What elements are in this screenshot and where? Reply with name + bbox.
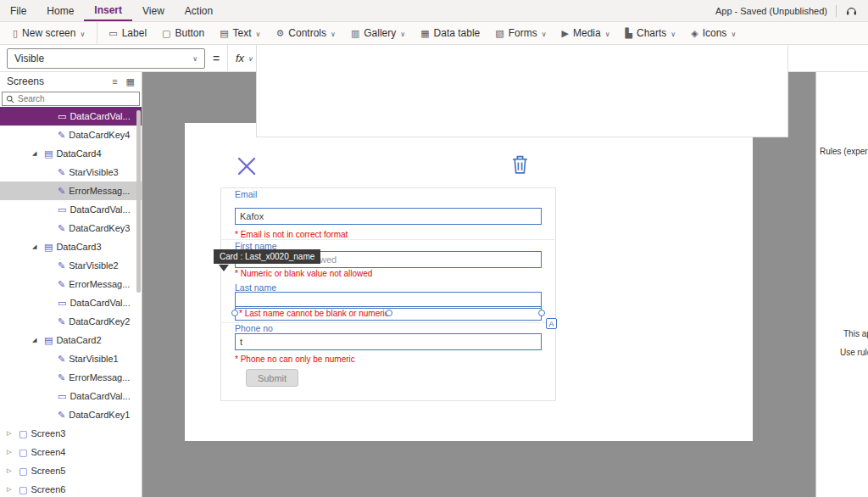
ribbon-item-icon: ▤ bbox=[220, 28, 228, 39]
control-icon: ▭ bbox=[58, 391, 66, 402]
ribbon-item-icon: ▭ bbox=[108, 28, 117, 39]
text-control-badge: A bbox=[546, 318, 557, 329]
email-input[interactable]: Kafox bbox=[235, 208, 542, 225]
ribbon-item-label: Icons bbox=[703, 27, 727, 39]
tree-item-datacardval3[interactable]: ▭ DataCardVal... bbox=[0, 200, 142, 219]
tree-item-screen6[interactable]: ▷ ▢ Screen6 bbox=[0, 480, 142, 497]
ribbon-label[interactable]: ▭ Label bbox=[101, 22, 154, 44]
twisty-icon[interactable]: ◢ bbox=[32, 150, 41, 157]
headset-icon[interactable] bbox=[845, 4, 858, 17]
tree-item-label: DataCardKey4 bbox=[69, 130, 130, 140]
ribbon-item-icon: ▯ bbox=[13, 28, 18, 39]
control-icon: ▤ bbox=[44, 242, 53, 253]
grid-view-icon[interactable]: ▦ bbox=[126, 76, 135, 87]
tree-item-screen3[interactable]: ▷ ▢ Screen3 bbox=[0, 424, 142, 443]
tree-item-starvisible2[interactable]: ✎ StarVisible2 bbox=[0, 256, 142, 275]
resize-handle-middle[interactable] bbox=[386, 310, 392, 316]
control-icon: ✎ bbox=[58, 410, 65, 421]
ribbon-icons[interactable]: ◈ Icons ∨ bbox=[683, 22, 743, 44]
ribbon-button[interactable]: ▢ Button bbox=[154, 22, 212, 44]
tree-item-errormessage2[interactable]: ✎ ErrorMessag... bbox=[0, 275, 142, 293]
tree-item-datacard3[interactable]: ◢ ▤ DataCard3 bbox=[0, 237, 142, 256]
chevron-down-icon: ∨ bbox=[731, 31, 736, 38]
control-icon: ✎ bbox=[58, 260, 65, 271]
first-name-error: * Numeric or blank value not allowed bbox=[235, 269, 372, 278]
chevron-down-icon: ∨ bbox=[256, 31, 261, 38]
sidebar-header: Screens ≡ ▦ bbox=[0, 72, 142, 91]
twisty-icon[interactable]: ▷ bbox=[7, 449, 15, 455]
ribbon-item-icon: ▢ bbox=[162, 28, 170, 39]
ribbon-forms[interactable]: ▧ Forms ∨ bbox=[487, 22, 554, 44]
ribbon-gallery[interactable]: ▥ Gallery ∨ bbox=[343, 22, 413, 44]
fx-label: fx bbox=[236, 52, 244, 64]
tree-item-screen4[interactable]: ▷ ▢ Screen4 bbox=[0, 443, 142, 461]
submit-button[interactable]: Submit bbox=[246, 369, 298, 387]
ribbon-text[interactable]: ▤ Text ∨ bbox=[212, 22, 268, 44]
twisty-icon[interactable]: ▷ bbox=[7, 430, 15, 437]
menu-items: FileHomeInsertViewAction bbox=[0, 0, 223, 21]
tree-item-datacardkey1[interactable]: ✎ DataCardKey1 bbox=[0, 405, 142, 424]
sidebar-search[interactable] bbox=[2, 92, 140, 106]
tree-item-errormessage3[interactable]: ✎ ErrorMessag... bbox=[0, 181, 142, 200]
control-icon: ▭ bbox=[58, 111, 66, 122]
tree-item-starvisible3[interactable]: ✎ StarVisible3 bbox=[0, 163, 142, 181]
ribbon-new-screen[interactable]: ▯ New screen ∨ bbox=[5, 22, 97, 44]
equals-sign: = bbox=[205, 52, 227, 65]
sidebar-scrollbar[interactable] bbox=[136, 110, 141, 293]
control-icon: ▤ bbox=[44, 335, 53, 346]
tree-item-datacard2[interactable]: ◢ ▤ DataCard2 bbox=[0, 331, 142, 349]
ribbon-charts[interactable]: ▙ Charts ∨ bbox=[618, 22, 684, 44]
trash-icon[interactable] bbox=[510, 154, 530, 179]
control-icon: ✎ bbox=[58, 372, 65, 383]
menu-action[interactable]: Action bbox=[175, 0, 223, 21]
tree-item-label: DataCard3 bbox=[56, 242, 101, 252]
menu-file[interactable]: File bbox=[0, 0, 36, 21]
tree-item-datacard4[interactable]: ◢ ▤ DataCard4 bbox=[0, 144, 142, 163]
ribbon-data-table[interactable]: ▦ Data table bbox=[413, 22, 487, 44]
phone-input[interactable]: t bbox=[235, 333, 542, 350]
tree-item-datacardval2[interactable]: ▭ DataCardVal... bbox=[0, 293, 142, 312]
chevron-down-icon: ∨ bbox=[400, 31, 405, 38]
ribbon-item-icon: ▙ bbox=[626, 28, 632, 39]
menu-view[interactable]: View bbox=[132, 0, 175, 21]
ribbon-media[interactable]: ▶ Media ∨ bbox=[554, 22, 618, 44]
resize-handle-right[interactable] bbox=[538, 310, 545, 316]
ribbon-item-label: Text bbox=[233, 27, 252, 39]
control-icon: ✎ bbox=[58, 279, 65, 290]
twisty-icon[interactable]: ◢ bbox=[32, 337, 41, 343]
screen-page[interactable]: Email Kafox * Email is not in correct fo… bbox=[185, 123, 753, 441]
close-x-icon[interactable] bbox=[236, 155, 258, 181]
screens-tree: ▭ DataCardVal... ✎ DataCardKey4 ◢ ▤ Data… bbox=[0, 107, 142, 497]
tree-item-label: Screen5 bbox=[31, 466, 65, 476]
tree-item-datacardkey2[interactable]: ✎ DataCardKey2 bbox=[0, 312, 142, 331]
tree-item-datacardval1[interactable]: ▭ DataCardVal... bbox=[0, 387, 142, 405]
chevron-down-icon: ∨ bbox=[605, 31, 610, 38]
ribbon-item-icon: ◈ bbox=[691, 28, 698, 39]
ribbon-controls[interactable]: ⚙ Controls ∨ bbox=[268, 22, 342, 44]
menu-insert[interactable]: Insert bbox=[84, 0, 132, 21]
tree-item-label: StarVisible2 bbox=[69, 260, 119, 271]
twisty-icon[interactable]: ◢ bbox=[32, 243, 41, 250]
menubar-right: App - Saved (Unpublished) bbox=[715, 0, 868, 21]
tree-item-datacardkey4[interactable]: ✎ DataCardKey4 bbox=[0, 126, 142, 144]
screens-sidebar: Screens ≡ ▦ ▭ DataCardVal... ✎ DataCardK… bbox=[0, 72, 142, 497]
control-icon: ▭ bbox=[58, 204, 66, 215]
tree-item-datacardkey3[interactable]: ✎ DataCardKey3 bbox=[0, 219, 142, 237]
formula-editor[interactable] bbox=[256, 45, 788, 137]
twisty-icon[interactable]: ▷ bbox=[7, 486, 15, 493]
tree-item-label: DataCardVal... bbox=[70, 298, 130, 308]
control-icon: ✎ bbox=[58, 354, 65, 365]
resize-handle-left[interactable] bbox=[231, 310, 238, 316]
tree-item-datacardval4[interactable]: ▭ DataCardVal... bbox=[0, 107, 142, 126]
selected-error-label[interactable]: * Last name cannot be blank or numeric bbox=[235, 306, 542, 321]
ribbon-item-label: Charts bbox=[637, 27, 666, 39]
app-save-status: App - Saved (Unpublished) bbox=[715, 6, 827, 16]
menu-home[interactable]: Home bbox=[36, 0, 84, 21]
tree-item-screen5[interactable]: ▷ ▢ Screen5 bbox=[0, 461, 142, 480]
list-view-icon[interactable]: ≡ bbox=[112, 76, 117, 87]
search-input[interactable] bbox=[18, 94, 128, 103]
twisty-icon[interactable]: ▷ bbox=[7, 467, 15, 474]
tree-item-starvisible1[interactable]: ✎ StarVisible1 bbox=[0, 349, 142, 368]
tree-item-errormessage1[interactable]: ✎ ErrorMessag... bbox=[0, 368, 142, 387]
property-dropdown[interactable]: Visible ∨ bbox=[7, 48, 205, 69]
